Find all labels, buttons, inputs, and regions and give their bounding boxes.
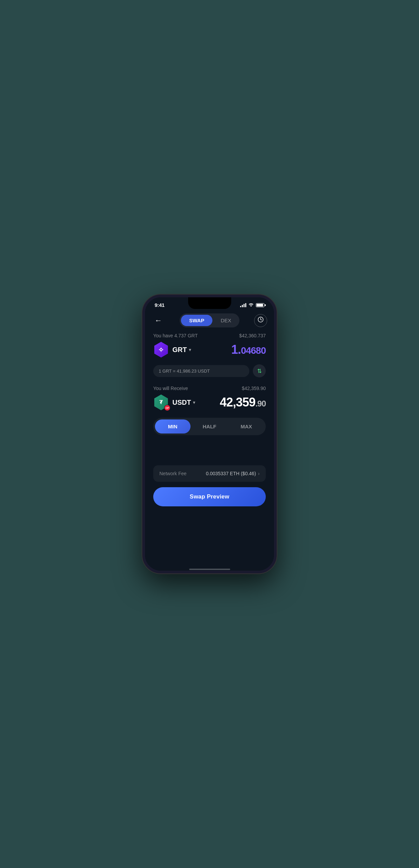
exchange-rate-pill: 1 GRT = 41,986.23 USDT bbox=[153, 365, 249, 377]
to-token-amount: 42,359.90 bbox=[220, 395, 266, 410]
network-fee-amount: 0.0035337 ETH ($0.46) bbox=[206, 471, 256, 476]
notch bbox=[188, 297, 231, 309]
from-balance-value: $42,360.737 bbox=[239, 333, 266, 338]
network-fee-section[interactable]: Network Fee 0.0035337 ETH ($0.46) › bbox=[153, 465, 266, 482]
history-icon bbox=[258, 316, 264, 324]
amount-min-button[interactable]: MIN bbox=[155, 419, 191, 433]
from-token-amount[interactable]: 1.04680 bbox=[231, 342, 266, 357]
status-icons bbox=[240, 302, 264, 308]
exchange-rate-text: 1 GRT = 41,986.23 USDT bbox=[159, 368, 210, 374]
from-balance-label: You have 4.737 GRT bbox=[153, 333, 198, 338]
back-arrow-icon: ← bbox=[155, 316, 162, 325]
to-balance-row: You will Receive $42,359.90 bbox=[153, 386, 266, 391]
phone-frame: 9:41 ← bbox=[142, 295, 277, 573]
main-content: You have 4.737 GRT $42,360.737 bbox=[145, 333, 274, 568]
network-fee-value: 0.0035337 ETH ($0.46) › bbox=[206, 471, 260, 476]
status-time: 9:41 bbox=[155, 302, 165, 308]
op-badge: OP bbox=[164, 405, 170, 411]
tab-group: SWAP DEX bbox=[180, 313, 239, 327]
from-token-selector[interactable]: GRT ▾ bbox=[153, 342, 191, 358]
to-amount-whole: 42,359 bbox=[220, 395, 256, 409]
to-token-row: ₮ OP USDT ▾ 42,359.90 bbox=[153, 394, 266, 410]
from-amount-decimal: 04680 bbox=[241, 345, 266, 356]
home-indicator bbox=[189, 569, 230, 570]
grt-token-icon bbox=[153, 342, 169, 358]
from-amount-whole: 1. bbox=[231, 342, 241, 357]
tab-dex[interactable]: DEX bbox=[214, 315, 238, 326]
back-button[interactable]: ← bbox=[152, 314, 165, 327]
header-nav: ← SWAP DEX bbox=[145, 311, 274, 333]
phone-screen: 9:41 ← bbox=[145, 297, 274, 571]
usdt-token-icon-wrapper: ₮ OP bbox=[153, 394, 169, 410]
from-token-row: GRT ▾ 1.04680 bbox=[153, 342, 266, 358]
history-button[interactable] bbox=[254, 314, 267, 327]
exchange-rate-row: 1 GRT = 41,986.23 USDT ⇅ bbox=[153, 364, 266, 377]
swap-preview-button[interactable]: Swap Preview bbox=[153, 487, 266, 506]
content-spacer bbox=[153, 445, 266, 465]
to-amount-decimal: .90 bbox=[256, 399, 266, 408]
to-token-selector[interactable]: ₮ OP USDT ▾ bbox=[153, 394, 195, 410]
to-balance-label: You will Receive bbox=[153, 386, 188, 391]
amount-max-button[interactable]: MAX bbox=[228, 419, 264, 433]
battery-icon bbox=[256, 303, 264, 307]
from-balance-row: You have 4.737 GRT $42,360.737 bbox=[153, 333, 266, 338]
swap-arrows-icon: ⇅ bbox=[257, 368, 262, 374]
svg-point-2 bbox=[160, 349, 162, 350]
amount-half-button[interactable]: HALF bbox=[192, 419, 227, 433]
from-token-name-group: GRT ▾ bbox=[172, 346, 191, 354]
tab-swap[interactable]: SWAP bbox=[181, 315, 212, 326]
swap-arrows-button[interactable]: ⇅ bbox=[253, 364, 266, 377]
wifi-icon bbox=[248, 302, 254, 308]
to-token-name: USDT bbox=[172, 399, 191, 406]
to-token-chevron-icon: ▾ bbox=[193, 400, 195, 405]
bottom-bar bbox=[145, 568, 274, 571]
signal-icon bbox=[240, 303, 246, 307]
network-fee-label: Network Fee bbox=[159, 471, 186, 476]
amount-buttons: MIN HALF MAX bbox=[153, 418, 266, 435]
from-token-name: GRT bbox=[172, 346, 187, 354]
to-token-name-group: USDT ▾ bbox=[172, 399, 195, 406]
to-balance-value: $42,359.90 bbox=[242, 386, 266, 391]
network-fee-chevron-icon: › bbox=[258, 471, 260, 476]
from-token-chevron-icon: ▾ bbox=[189, 347, 191, 352]
